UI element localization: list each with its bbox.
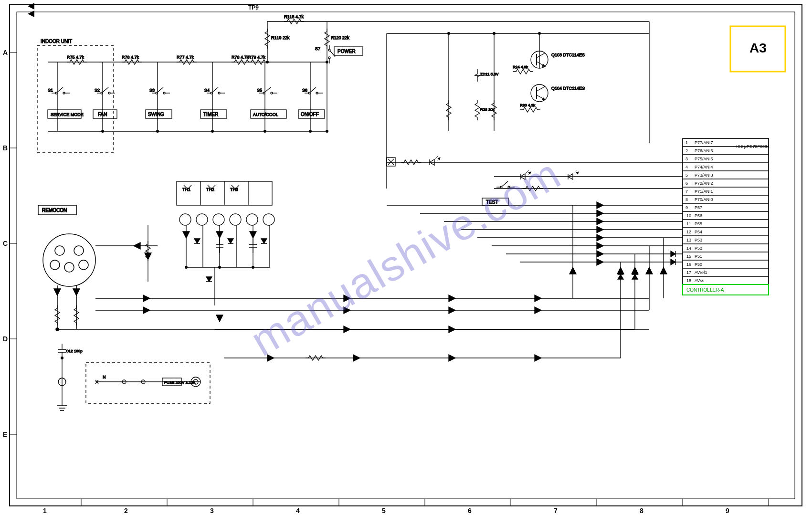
svg-text:R79 4.7k: R79 4.7k <box>248 55 266 60</box>
svg-text:S2: S2 <box>95 88 100 93</box>
svg-text:P53: P53 <box>695 238 702 242</box>
svg-text:SWING: SWING <box>148 112 164 117</box>
svg-text:9: 9 <box>726 507 729 515</box>
tp9-label: TP9 <box>248 4 259 11</box>
svg-point-152 <box>55 246 64 255</box>
svg-text:13: 13 <box>686 238 691 242</box>
svg-text:P73/ANI3: P73/ANI3 <box>695 173 713 178</box>
ic-pin-table: 1P77/ANI7 2P76/ANI6 3P75/ANI5 4P74/ANI4 … <box>683 138 770 295</box>
svg-text:TEST: TEST <box>486 200 498 205</box>
svg-text:15: 15 <box>686 254 691 259</box>
svg-text:TIMER: TIMER <box>203 112 218 117</box>
svg-text:P56: P56 <box>695 213 702 218</box>
svg-text:R119 22k: R119 22k <box>271 35 290 40</box>
svg-text:5: 5 <box>685 173 688 178</box>
svg-text:8: 8 <box>640 507 643 515</box>
svg-text:R24 4.3k: R24 4.3k <box>513 65 528 69</box>
svg-point-170 <box>230 214 241 225</box>
svg-text:N: N <box>103 375 106 379</box>
svg-point-169 <box>213 214 224 225</box>
svg-text:P77/ANI7: P77/ANI7 <box>695 140 713 145</box>
svg-text:6: 6 <box>468 507 472 515</box>
svg-text:P70/ANI0: P70/ANI0 <box>695 197 713 202</box>
svg-text:S6: S6 <box>302 88 307 93</box>
svg-text:R77 4.7k: R77 4.7k <box>177 55 194 60</box>
svg-text:S3: S3 <box>149 88 155 93</box>
svg-text:AUTO/COOL: AUTO/COOL <box>253 112 278 117</box>
svg-point-172 <box>263 214 274 225</box>
switch-s1: SERVICE MODE S1 <box>48 62 84 131</box>
svg-point-167 <box>179 214 191 225</box>
svg-text:18: 18 <box>686 278 691 283</box>
signal-buses <box>95 202 683 361</box>
svg-text:P75/ANI5: P75/ANI5 <box>695 157 713 161</box>
svg-text:14: 14 <box>686 246 691 251</box>
svg-text:R78 4.7k: R78 4.7k <box>232 55 249 60</box>
svg-point-171 <box>246 214 258 225</box>
svg-text:Q103 DTC114ES: Q103 DTC114ES <box>551 53 585 57</box>
svg-text:Q104 DTC114ES: Q104 DTC114ES <box>551 86 585 91</box>
svg-text:2: 2 <box>124 507 128 515</box>
svg-text:S7: S7 <box>315 46 320 51</box>
svg-text:6: 6 <box>685 181 688 186</box>
svg-text:S5: S5 <box>257 88 262 93</box>
svg-text:D: D <box>3 335 8 343</box>
svg-point-155 <box>64 263 74 272</box>
svg-text:C: C <box>3 240 8 247</box>
switch-s4: TIMER S4 <box>200 62 227 131</box>
svg-text:R75 4.7k: R75 4.7k <box>67 55 84 60</box>
sheet-label: A3 <box>749 41 767 55</box>
svg-text:P57: P57 <box>695 205 702 210</box>
svg-text:A: A <box>3 49 8 56</box>
switch-s5: AUTO/COOL S5 <box>251 62 286 131</box>
svg-point-156 <box>79 260 88 270</box>
svg-text:P74/ANI4: P74/ANI4 <box>695 165 713 169</box>
svg-text:C12 100p: C12 100p <box>66 349 83 353</box>
svg-text:17: 17 <box>686 270 691 275</box>
drawing-inner-frame <box>17 12 795 499</box>
svg-text:1: 1 <box>43 507 47 515</box>
svg-point-168 <box>196 214 208 225</box>
svg-text:S4: S4 <box>204 88 210 93</box>
switch-s6: ON/OFF S6 <box>298 62 325 131</box>
svg-text:2: 2 <box>685 148 688 153</box>
svg-text:10: 10 <box>686 213 691 218</box>
svg-text:AVss: AVss <box>695 278 705 283</box>
svg-text:ON/OFF: ON/OFF <box>301 112 319 117</box>
svg-text:P51: P51 <box>695 254 702 259</box>
svg-text:S1: S1 <box>48 88 53 93</box>
schematic-canvas: A B C D E 1 2 3 4 5 6 7 8 9 A3 TP9 R118 … <box>0 0 812 515</box>
indoor-unit-label: INDOOR UNIT <box>41 39 72 44</box>
svg-text:3: 3 <box>210 507 214 515</box>
svg-text:R28 10k: R28 10k <box>480 107 495 112</box>
svg-text:P71/ANI1: P71/ANI1 <box>695 189 713 194</box>
svg-text:16: 16 <box>686 262 691 267</box>
svg-text:ZD11 5.6V: ZD11 5.6V <box>480 72 499 76</box>
svg-text:POWER: POWER <box>337 49 356 54</box>
svg-text:P52: P52 <box>695 246 702 251</box>
thermistor-block: TH1 TH2 TH3 <box>177 181 274 305</box>
svg-text:REMOCON: REMOCON <box>42 208 67 213</box>
svg-text:7: 7 <box>685 189 688 194</box>
svg-text:P76/ANI6: P76/ANI6 <box>695 148 713 153</box>
svg-text:11: 11 <box>686 221 691 226</box>
svg-text:FAN: FAN <box>98 112 107 117</box>
svg-text:R30 4.3k: R30 4.3k <box>520 103 536 107</box>
svg-text:SERVICE
MODE: SERVICE MODE <box>51 112 84 117</box>
svg-text:R76 4.7k: R76 4.7k <box>122 55 139 60</box>
drawing-frame <box>10 5 802 506</box>
svg-text:CONTROLLER-A: CONTROLLER-A <box>686 287 724 293</box>
svg-text:IC2 μPD78F0034: IC2 μPD78F0034 <box>736 144 770 149</box>
svg-text:4: 4 <box>296 507 300 515</box>
svg-text:R118 4.7k: R118 4.7k <box>284 14 304 19</box>
svg-text:AVref1: AVref1 <box>695 270 707 275</box>
svg-text:P72/ANI2: P72/ANI2 <box>695 181 713 186</box>
svg-text:5: 5 <box>382 507 386 515</box>
svg-point-154 <box>50 260 60 270</box>
svg-text:12: 12 <box>686 230 691 234</box>
axis-bottom: 1 2 3 4 5 6 7 8 9 <box>43 499 769 515</box>
svg-text:4: 4 <box>685 165 688 169</box>
svg-point-151 <box>43 234 95 286</box>
svg-text:P55: P55 <box>695 221 702 226</box>
svg-text:B: B <box>3 144 8 152</box>
